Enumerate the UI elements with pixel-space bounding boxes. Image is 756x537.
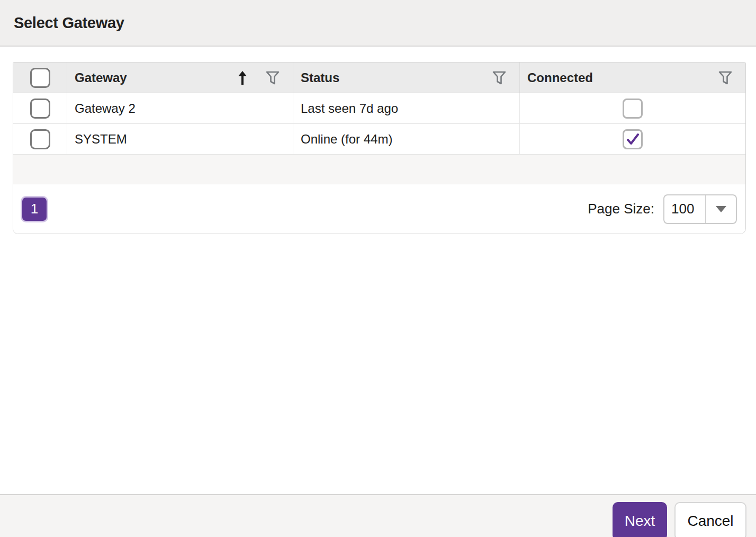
- select-all-checkbox[interactable]: [30, 68, 50, 88]
- gateway-cell[interactable]: SYSTEM: [67, 124, 293, 154]
- dialog-titlebar: Select Gateway: [0, 0, 756, 47]
- page-size-dropdown[interactable]: 100: [663, 194, 737, 224]
- page-1-button[interactable]: 1: [21, 196, 48, 222]
- filter-icon[interactable]: [265, 70, 280, 86]
- connected-cell: [520, 124, 745, 154]
- next-button[interactable]: Next: [613, 502, 667, 537]
- table-header-row: Gateway Status Connected: [13, 62, 745, 93]
- pagination-bar: 1 Page Size: 100: [13, 184, 745, 234]
- status-cell[interactable]: Last seen 7d ago: [293, 93, 520, 123]
- gateway-cell[interactable]: Gateway 2: [67, 93, 293, 123]
- row-select-checkbox[interactable]: [30, 99, 50, 119]
- cancel-button[interactable]: Cancel: [674, 502, 746, 537]
- row-select-cell: [13, 124, 67, 154]
- sort-ascending-icon[interactable]: [236, 70, 249, 86]
- table-empty-filler: [13, 155, 745, 184]
- page-size-label: Page Size:: [588, 201, 654, 217]
- select-all-header-cell: [13, 62, 67, 93]
- table-row[interactable]: SYSTEM Online (for 44m): [13, 124, 745, 155]
- column-header-gateway-label: Gateway: [75, 70, 127, 85]
- connected-checkbox[interactable]: [623, 99, 643, 119]
- row-select-checkbox[interactable]: [30, 129, 50, 149]
- row-select-cell: [13, 93, 67, 123]
- column-header-gateway[interactable]: Gateway: [67, 62, 293, 93]
- table-row[interactable]: Gateway 2 Last seen 7d ago: [13, 93, 745, 124]
- column-header-status[interactable]: Status: [293, 62, 520, 93]
- status-cell[interactable]: Online (for 44m): [293, 124, 520, 154]
- page-size-value: 100: [664, 195, 706, 223]
- filter-icon[interactable]: [492, 70, 507, 86]
- caret-down-icon[interactable]: [706, 195, 736, 223]
- connected-checkbox[interactable]: [623, 129, 643, 149]
- gateway-table: Gateway Status Connected: [13, 62, 746, 234]
- column-header-connected-label: Connected: [527, 70, 593, 85]
- filter-icon[interactable]: [718, 70, 733, 86]
- column-header-status-label: Status: [301, 70, 339, 85]
- dialog-title: Select Gateway: [14, 14, 124, 32]
- column-header-connected[interactable]: Connected: [520, 62, 745, 93]
- page-size-group: Page Size: 100: [588, 194, 737, 224]
- connected-cell: [520, 93, 745, 123]
